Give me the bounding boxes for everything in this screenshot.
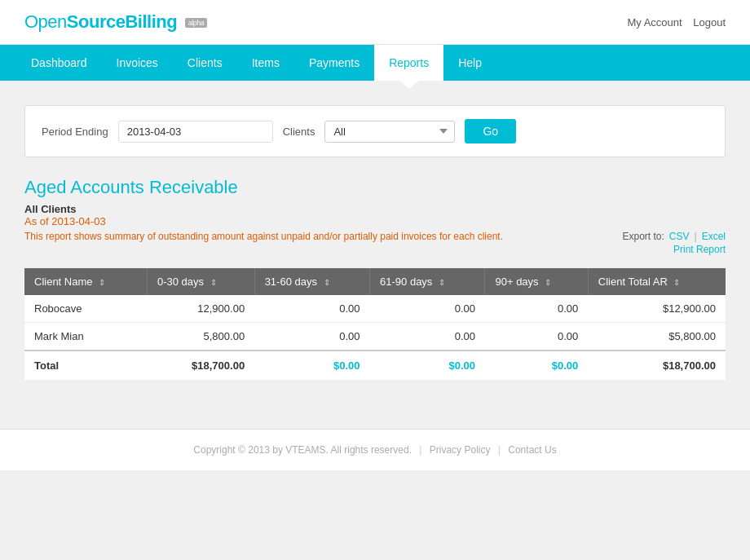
footer-divider: | (419, 444, 421, 456)
sort-icon: ⇕ (439, 278, 445, 287)
nav-items[interactable]: Items (237, 45, 294, 81)
export-divider: | (695, 231, 697, 242)
contact-us-link[interactable]: Contact Us (508, 444, 556, 456)
nav-invoices[interactable]: Invoices (102, 45, 173, 81)
filter-bar: Period Ending Clients All Robocave Mark … (24, 105, 726, 157)
go-button[interactable]: Go (465, 119, 516, 143)
print-report-link[interactable]: Print Report (622, 244, 726, 255)
period-ending-label: Period Ending (42, 126, 108, 138)
col-61-90: 61-90 days ⇕ (370, 268, 485, 295)
col-90plus: 90+ days ⇕ (485, 268, 588, 295)
header: OpenSourceBilling alpha My Account Logou… (0, 0, 750, 45)
logo-open: Open (24, 11, 67, 32)
cell-0-30: 12,900.00 (147, 295, 254, 323)
cell-61-90: 0.00 (370, 323, 485, 351)
logo: OpenSourceBilling alpha (24, 11, 207, 33)
logo-alpha-badge: alpha (185, 18, 208, 28)
sort-icon: ⇕ (99, 278, 105, 287)
nav-payments[interactable]: Payments (294, 45, 374, 81)
cell-90plus: 0.00 (485, 323, 588, 351)
excel-link[interactable]: Excel (702, 231, 726, 242)
table-header-row: Client Name ⇕ 0-30 days ⇕ 31-60 days ⇕ 6… (24, 268, 726, 295)
sort-icon: ⇕ (673, 278, 680, 287)
col-total-ar: Client Total AR ⇕ (588, 268, 726, 295)
sort-icon: ⇕ (210, 278, 217, 287)
total-90plus: $0.00 (485, 351, 588, 380)
report-table: Client Name ⇕ 0-30 days ⇕ 31-60 days ⇕ 6… (24, 268, 726, 380)
cell-31-60: 0.00 (254, 323, 369, 351)
export-to-label: Export to: (622, 231, 664, 242)
nav-clients[interactable]: Clients (173, 45, 237, 81)
col-0-30: 0-30 days ⇕ (147, 268, 254, 295)
logo-billing: Billing (125, 11, 177, 32)
clients-select[interactable]: All Robocave Mark Mian (324, 121, 455, 143)
cell-61-90: 0.00 (370, 295, 485, 323)
footer-copyright: Copyright © 2013 by VTEAMS. All rights r… (193, 444, 412, 456)
cell-90plus: 0.00 (485, 295, 588, 323)
table-totals-row: Total $18,700.00 $0.00 $0.00 $0.00 $18,7… (24, 351, 726, 380)
main-content: Period Ending Clients All Robocave Mark … (0, 81, 750, 396)
total-ar: $18,700.00 (588, 351, 726, 380)
logo-source: Source (67, 11, 126, 32)
report-date: As of 2013-04-03 (24, 215, 726, 227)
report-subtitle: All Clients (24, 203, 726, 215)
navbar: Dashboard Invoices Clients Items Payment… (0, 45, 750, 81)
nav-reports[interactable]: Reports (374, 45, 443, 81)
footer: Copyright © 2013 by VTEAMS. All rights r… (0, 429, 750, 470)
total-label: Total (24, 351, 147, 380)
cell-31-60: 0.00 (254, 295, 369, 323)
csv-link[interactable]: CSV (669, 231, 690, 242)
export-row: Export to: CSV | Excel (622, 231, 726, 242)
table-row: Mark Mian 5,800.00 0.00 0.00 0.00 $5,800… (24, 323, 726, 351)
report-title: Aged Accounts Receivable (24, 177, 726, 198)
col-31-60: 31-60 days ⇕ (254, 268, 369, 295)
cell-total-ar: $12,900.00 (588, 295, 726, 323)
total-0-30: $18,700.00 (147, 351, 254, 380)
total-61-90: $0.00 (370, 351, 485, 380)
clients-label: Clients (283, 126, 315, 138)
sort-icon: ⇕ (324, 278, 330, 287)
nav-help[interactable]: Help (443, 45, 496, 81)
cell-client-name: Robocave (24, 295, 147, 323)
cell-0-30: 5,800.00 (147, 323, 254, 351)
table-row: Robocave 12,900.00 0.00 0.00 0.00 $12,90… (24, 295, 726, 323)
col-client-name: Client Name ⇕ (24, 268, 147, 295)
my-account-link[interactable]: My Account (627, 16, 682, 29)
footer-divider2: | (498, 444, 501, 456)
header-links: My Account Logout (619, 16, 726, 29)
cell-client-name: Mark Mian (24, 323, 147, 351)
period-ending-input[interactable] (118, 121, 273, 143)
cell-total-ar: $5,800.00 (588, 323, 726, 351)
total-31-60: $0.00 (254, 351, 369, 380)
report-description: This report shows summary of outstanding… (24, 231, 503, 242)
sort-icon: ⇕ (545, 278, 551, 287)
privacy-policy-link[interactable]: Privacy Policy (430, 444, 491, 456)
logout-link[interactable]: Logout (693, 16, 726, 29)
nav-dashboard[interactable]: Dashboard (16, 45, 102, 81)
